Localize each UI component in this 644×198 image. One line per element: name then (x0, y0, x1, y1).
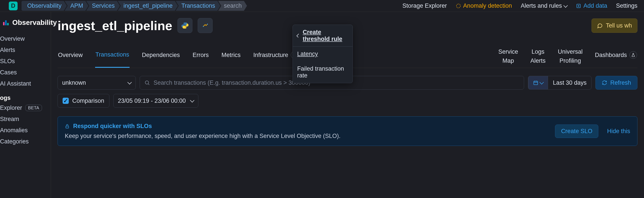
tab-infrastructure[interactable]: Infrastructure β (253, 46, 299, 68)
svg-point-9 (145, 81, 148, 84)
breadcrumb-item[interactable]: ingest_etl_pipeline (118, 1, 178, 11)
sidebar-item-overview[interactable]: Overview (0, 33, 51, 45)
sidebar-item-anomalies[interactable]: Anomalies (0, 125, 51, 136)
comparison-row: ✓ Comparison 23/05 09:19 - 23/06 00:00 (58, 94, 638, 108)
sidebar-item-slos[interactable]: SLOs (0, 56, 51, 67)
comparison-toggle[interactable]: ✓ Comparison (58, 94, 110, 108)
svg-rect-6 (7, 23, 9, 25)
sidebar-item-explorer[interactable]: Explorer BETA (0, 102, 51, 114)
flask-icon (630, 51, 637, 59)
tab-dashboards[interactable]: Dashboards (594, 46, 638, 68)
python-icon[interactable] (178, 18, 192, 33)
feedback-button[interactable]: Tell us wh (592, 19, 638, 33)
add-data-link[interactable]: Add data (576, 3, 607, 9)
breadcrumb-item-current: search (218, 1, 247, 11)
lock-icon (65, 124, 70, 129)
opentelemetry-icon[interactable] (198, 18, 212, 33)
sidebar: Observability Overview Alerts SLOs Cases… (0, 12, 51, 198)
sidebar-group-logs: ogs (0, 89, 51, 102)
time-range-picker[interactable]: Last 30 days (528, 76, 592, 90)
sidebar-item-ai-assistant[interactable]: AI Assistant (0, 78, 51, 89)
refresh-icon (602, 80, 607, 85)
transaction-type-select[interactable]: unknown (58, 76, 136, 90)
chevron-down-icon (190, 98, 194, 103)
breadcrumb-item[interactable]: Transactions (176, 1, 220, 11)
sidebar-item-cases[interactable]: Cases (0, 67, 51, 78)
comparison-range-select[interactable]: 23/05 09:19 - 23/06 00:00 (113, 94, 198, 108)
space-badge[interactable]: D (9, 2, 18, 10)
settings-link[interactable]: Settings (616, 3, 638, 9)
tab-logs-alerts[interactable]: LogsAlerts (530, 46, 546, 68)
service-title: ingest_etl_pipeline (58, 18, 172, 33)
chevron-left-icon (296, 34, 300, 38)
search-icon (144, 80, 150, 86)
tab-metrics[interactable]: Metrics (221, 46, 241, 68)
sidebar-item-categories[interactable]: Categories (0, 136, 51, 147)
callout-title: Respond quicker with SLOs (65, 123, 340, 130)
beta-badge: BETA (25, 105, 42, 111)
sidebar-item-alerts[interactable]: Alerts (0, 45, 51, 56)
tab-transactions[interactable]: Transactions (95, 46, 130, 68)
topbar-actions: Storage Explorer Anomaly detection Alert… (402, 3, 642, 9)
breadcrumb-item[interactable]: Services (86, 1, 120, 11)
chevron-down-icon (128, 80, 132, 84)
breadcrumb: Observability APM Services ingest_etl_pi… (22, 1, 247, 11)
refresh-button[interactable]: Refresh (596, 76, 638, 90)
sidebar-item-stream[interactable]: Stream (0, 114, 51, 125)
popover-item-latency[interactable]: Latency (293, 47, 352, 61)
breadcrumb-item[interactable]: Observability (22, 1, 67, 11)
tab-universal-profiling[interactable]: UniversalProfiling (558, 46, 583, 68)
callout-body: Keep your service's performance, speed, … (65, 133, 340, 139)
popover-item-failed-rate[interactable]: Failed transaction rate (293, 61, 352, 83)
hide-callout-link[interactable]: Hide this (607, 128, 630, 135)
tab-service-map[interactable]: ServiceMap (498, 46, 518, 68)
svg-line-10 (148, 84, 149, 85)
add-data-icon (576, 3, 581, 9)
svg-rect-4 (3, 22, 4, 25)
top-bar: D Observability APM Services ingest_etl_… (0, 0, 644, 12)
sidebar-brand[interactable]: Observability (0, 16, 51, 33)
main-content: ingest_etl_pipeline Tell us wh Create th… (51, 12, 644, 198)
chat-icon (597, 23, 603, 29)
storage-explorer-link[interactable]: Storage Explorer (402, 3, 447, 9)
popover-header[interactable]: Create threshold rule (293, 25, 352, 47)
svg-point-0 (456, 4, 460, 8)
svg-rect-11 (534, 81, 538, 85)
chevron-down-icon (564, 3, 568, 8)
chevron-down-icon (540, 80, 544, 84)
svg-rect-5 (5, 20, 6, 25)
slo-callout: Respond quicker with SLOs Keep your serv… (58, 116, 638, 146)
anomaly-icon (456, 3, 461, 9)
tab-dependencies[interactable]: Dependencies (142, 46, 180, 68)
svg-rect-15 (66, 126, 69, 128)
checkbox-checked-icon: ✓ (62, 98, 69, 104)
sidebar-brand-title: Observability (12, 19, 57, 27)
svg-point-7 (203, 26, 204, 27)
threshold-rule-popover: Create threshold rule Latency Failed tra… (292, 25, 353, 83)
breadcrumb-item[interactable]: APM (64, 1, 88, 11)
observability-icon (2, 19, 9, 27)
tab-overview[interactable]: Overview (58, 46, 83, 68)
tab-errors[interactable]: Errors (192, 46, 209, 68)
svg-point-8 (207, 24, 208, 25)
create-slo-button[interactable]: Create SLO (555, 124, 598, 138)
calendar-icon (528, 76, 548, 90)
alerts-rules-dropdown[interactable]: Alerts and rules (521, 3, 567, 9)
anomaly-detection-link[interactable]: Anomaly detection (456, 3, 512, 9)
